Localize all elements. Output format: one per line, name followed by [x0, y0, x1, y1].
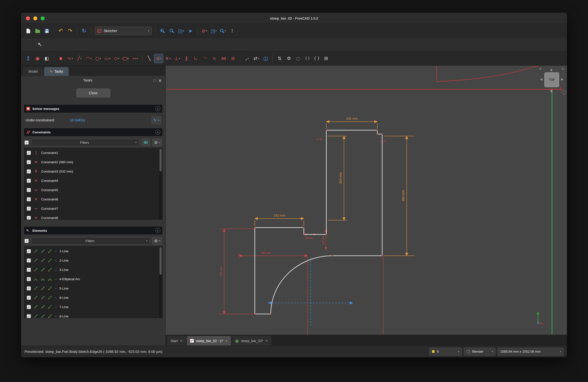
- dimension-top-width[interactable]: 231 mm: [326, 117, 377, 129]
- constraint-row[interactable]: ✓—Constraint7: [24, 204, 162, 213]
- constrain-parallel-button[interactable]: ∥: [182, 54, 191, 63]
- element-checkbox[interactable]: ✓: [27, 249, 31, 253]
- constraint-checkbox[interactable]: ✓: [27, 197, 31, 201]
- external-geometry-button[interactable]: ╲: [145, 54, 154, 63]
- open-document-button[interactable]: [33, 26, 42, 36]
- dim-ref-a-label[interactable]: 58,38: [316, 138, 322, 140]
- rotate-left-icon[interactable]: ↺: [539, 67, 542, 71]
- solver-refresh-button[interactable]: ↻ ▾: [152, 116, 161, 124]
- constrain-symmetric-button[interactable]: ⋈: [219, 54, 228, 63]
- construction-lines[interactable]: [219, 229, 383, 335]
- measure-button[interactable]: ⊺: [228, 26, 237, 36]
- rotate-right-icon[interactable]: ↻: [562, 67, 565, 71]
- nav-up-arrow-icon[interactable]: ▲: [550, 68, 552, 71]
- element-row[interactable]: ✓–5-Line: [24, 284, 162, 293]
- constraint-row[interactable]: ✓✕Constraint6: [24, 194, 162, 204]
- constraint-row[interactable]: ✓—Constraint5: [24, 185, 162, 194]
- redo-button[interactable]: ↷: [65, 26, 75, 36]
- document-tab[interactable]: Start✕: [167, 336, 186, 345]
- constraint-checkbox[interactable]: ✓: [27, 179, 31, 183]
- collapse-constraints-button[interactable]: ∧: [155, 130, 160, 134]
- constraint-row[interactable]: ✓✕Constraint8: [24, 213, 162, 220]
- close-tab-icon[interactable]: ✕: [180, 339, 183, 343]
- view-section-button[interactable]: ◧: [42, 54, 51, 63]
- save-document-button[interactable]: [42, 26, 51, 36]
- zoom-in-button[interactable]: [158, 26, 167, 36]
- view-cube-button[interactable]: ◳▾: [209, 26, 218, 36]
- constraints-filter-select[interactable]: Filters ▾: [31, 139, 139, 146]
- dimension-left-height[interactable]: 332 mm: [220, 229, 224, 314]
- constrain-equal-button[interactable]: =: [210, 54, 219, 63]
- dof-link[interactable]: 10 DoF(s): [70, 118, 85, 122]
- nav-right-arrow-icon[interactable]: ▶: [561, 77, 564, 81]
- nav-down-arrow-icon[interactable]: ▼: [550, 89, 552, 93]
- create-rectangle-button[interactable]: ▭▾: [103, 54, 112, 63]
- element-row[interactable]: ✓–6-Line: [24, 293, 162, 302]
- element-checkbox[interactable]: ✓: [27, 268, 31, 272]
- clipping-plane-button[interactable]: ⊘▾: [200, 26, 209, 36]
- float-panel-icon[interactable]: ▣: [159, 78, 162, 82]
- dimension-notch-height[interactable]: 100 mm: [322, 229, 326, 250]
- show-hide-constraints-button[interactable]: [142, 139, 150, 146]
- construction-arc[interactable]: [437, 66, 538, 81]
- toggle-construction-button[interactable]: ◫: [261, 54, 270, 63]
- create-line-button[interactable]: ╱▾: [75, 54, 84, 63]
- scrollbar-thumb[interactable]: [160, 149, 162, 171]
- element-row[interactable]: ✓–8-Line: [24, 311, 162, 318]
- create-polyline-button[interactable]: ∿▾: [65, 54, 75, 63]
- fillet-trim-button[interactable]: ◞▾: [242, 54, 252, 63]
- dimension-right-height[interactable]: 484 mm: [384, 136, 415, 256]
- elements-section-header[interactable]: ✎ Elements ∧: [24, 227, 162, 234]
- document-tab[interactable]: stoep_bar_02 : 1*✕: [187, 336, 231, 345]
- workbench-selector[interactable]: Sketcher ▾: [95, 27, 152, 35]
- element-row[interactable]: ✓–7-Line: [24, 302, 162, 311]
- box-zoom-button[interactable]: [167, 26, 176, 36]
- dimension-upper-height[interactable]: 354 mm: [328, 136, 347, 220]
- element-checkbox[interactable]: ✓: [27, 314, 31, 318]
- dimension-mid-width[interactable]: 231 mm: [255, 214, 304, 226]
- constrain-horizontal-vertical-button[interactable]: ⊥▾: [172, 54, 182, 63]
- constraint-checkbox[interactable]: ✓: [27, 169, 31, 173]
- view-isometric-button[interactable]: ◳▾: [176, 26, 186, 36]
- switch-virtual-space-button[interactable]: ⊞: [321, 54, 331, 63]
- constraints-settings-button[interactable]: ⚙ ▾: [152, 139, 162, 146]
- view-select-button[interactable]: ➤: [186, 26, 195, 36]
- dim-notch-height-label[interactable]: 100 mm: [322, 236, 324, 245]
- constraint-checkbox[interactable]: ✓: [27, 160, 31, 164]
- sketch-profile[interactable]: [255, 130, 382, 314]
- select-associated-elements-button[interactable]: { }: [312, 54, 321, 63]
- element-row[interactable]: ✓–1-Line: [24, 247, 162, 256]
- view-size-selector[interactable]: 1585,94 mm x 1052,08 mm ▾: [498, 348, 564, 356]
- constrain-perpendicular-button[interactable]: ∟: [191, 54, 200, 63]
- select-dof-button[interactable]: ⇅: [275, 54, 284, 63]
- constraint-checkbox[interactable]: ✓: [27, 216, 31, 220]
- constraints-toggle-all-checkbox[interactable]: ✓: [24, 140, 29, 145]
- collapse-elements-button[interactable]: ∧: [155, 228, 160, 233]
- dim-right-height-label[interactable]: 484 mm: [401, 190, 405, 202]
- scrollbar-thumb[interactable]: [160, 247, 162, 275]
- element-checkbox[interactable]: ✓: [27, 277, 31, 281]
- tab-model[interactable]: Model: [23, 67, 43, 76]
- elements-scrollbar[interactable]: [159, 247, 162, 318]
- create-circle-button[interactable]: ○▾: [93, 54, 103, 63]
- sketch-vertices[interactable]: [254, 130, 383, 314]
- close-tab-icon[interactable]: ✕: [266, 339, 268, 343]
- element-checkbox[interactable]: ✓: [27, 258, 31, 263]
- constraint-checkbox[interactable]: ✓: [27, 207, 31, 211]
- layer-selector[interactable]: 9 ▾: [429, 348, 462, 356]
- element-row[interactable]: ✓–2-Line: [24, 256, 162, 265]
- element-checkbox[interactable]: ✓: [27, 296, 31, 300]
- transform-tools-button[interactable]: ⇄▾: [252, 54, 261, 63]
- viewport-3d[interactable]: 231 mm 354 mm 484 mm: [166, 66, 567, 335]
- undo-button[interactable]: ↶: [56, 26, 65, 36]
- create-bspline-button[interactable]: ∾▾: [131, 54, 140, 63]
- ellipse-axis-lines[interactable]: [268, 257, 353, 326]
- solver-section-header[interactable]: Solver messages ∧: [24, 105, 162, 113]
- dim-bottom-width-label[interactable]: 280 mm: [261, 251, 271, 254]
- select-redundant-button[interactable]: ◌: [294, 54, 303, 63]
- constrain-dimension-button[interactable]: ⊲▾: [154, 54, 163, 63]
- whats-this-button[interactable]: ↖: [35, 40, 44, 49]
- constrain-block-button[interactable]: ⊘: [228, 54, 238, 63]
- view-sketch-button[interactable]: ◉: [33, 54, 42, 63]
- element-row[interactable]: ✓–4-Elliptical Arc: [24, 274, 162, 284]
